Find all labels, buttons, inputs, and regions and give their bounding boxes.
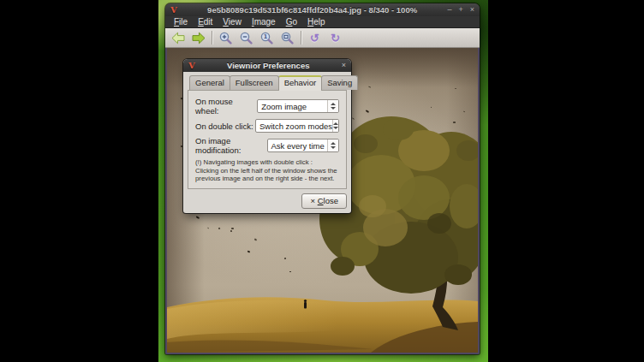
pref-row-image-modification: On image modification: Ask every time xyxy=(195,136,339,155)
image-modification-select[interactable]: Ask every time xyxy=(267,139,340,152)
menu-edit[interactable]: Edit xyxy=(193,16,218,27)
zoom-out-icon xyxy=(240,32,253,45)
window-title: 9e5b8089c19d531bf6c814ffdf20b4a4.jpg - 8… xyxy=(177,5,448,15)
menubar: File Edit View Image Go Help xyxy=(165,16,480,27)
zoom-fit-icon xyxy=(281,32,294,45)
dialog-body: General Fullscreen Behavior Saving On mo… xyxy=(183,72,351,213)
rotate-right-icon: ↻ xyxy=(331,33,340,44)
pref-row-mouse-wheel: On mouse wheel: Zoom image xyxy=(195,97,339,116)
zoom-normal-icon: 1 xyxy=(260,32,273,45)
zoom-fit-button[interactable] xyxy=(280,31,295,45)
preferences-dialog: V Viewnior Preferences × General Fullscr… xyxy=(183,59,351,213)
arrow-right-icon xyxy=(192,32,206,45)
zoom-normal-button[interactable]: 1 xyxy=(259,31,274,45)
tab-fullscreen[interactable]: Fullscreen xyxy=(230,75,279,90)
tab-saving[interactable]: Saving xyxy=(321,75,358,90)
window-titlebar[interactable]: V 9e5b8089c19d531bf6c814ffdf20b4a4.jpg -… xyxy=(165,3,480,16)
tab-general[interactable]: General xyxy=(189,75,230,90)
menu-view[interactable]: View xyxy=(218,16,247,27)
menu-file[interactable]: File xyxy=(169,16,193,27)
minimize-button[interactable]: – xyxy=(447,6,451,14)
spinner-icon xyxy=(327,139,338,151)
behavior-tab-page: On mouse wheel: Zoom image On double cli… xyxy=(188,90,347,189)
tab-behavior[interactable]: Behavior xyxy=(278,75,323,90)
viewnior-logo-icon: V xyxy=(188,62,195,70)
menu-go[interactable]: Go xyxy=(281,16,302,27)
spinner-icon xyxy=(327,100,338,112)
spinner-icon xyxy=(332,120,338,132)
maximize-button[interactable]: + xyxy=(458,6,462,14)
rotate-right-button[interactable]: ↻ xyxy=(328,31,343,45)
toolbar: 1 ↺ ↻ xyxy=(165,27,480,48)
double-click-select[interactable]: Switch zoom modes xyxy=(255,119,339,133)
double-click-label: On double click: xyxy=(195,122,253,131)
toolbar-separator xyxy=(212,31,212,45)
rotate-left-button[interactable]: ↺ xyxy=(307,31,322,45)
pref-row-double-click: On double click: Switch zoom modes xyxy=(195,119,339,133)
tab-bar: General Fullscreen Behavior Saving xyxy=(189,75,347,90)
dialog-button-row: × Close xyxy=(188,193,347,209)
dialog-close-action-button[interactable]: × Close xyxy=(301,193,347,209)
dialog-close-button[interactable]: × xyxy=(342,62,346,69)
toolbar-separator xyxy=(301,31,301,45)
double-click-note: (!) Navigating images with double click … xyxy=(195,158,339,183)
zoom-in-button[interactable] xyxy=(218,31,233,45)
zoom-out-button[interactable] xyxy=(239,31,253,45)
desktop: V 9e5b8089c19d531bf6c814ffdf20b4a4.jpg -… xyxy=(0,0,644,362)
menu-help[interactable]: Help xyxy=(302,16,331,27)
dialog-title: Viewnior Preferences xyxy=(195,61,342,70)
image-modification-label: On image modification: xyxy=(195,136,267,155)
mouse-wheel-label: On mouse wheel: xyxy=(195,97,257,116)
dialog-titlebar[interactable]: V Viewnior Preferences × xyxy=(183,59,351,72)
arrow-left-icon xyxy=(171,32,185,45)
person-figure xyxy=(304,300,307,309)
next-image-button[interactable] xyxy=(191,31,206,45)
zoom-in-icon xyxy=(219,32,232,45)
viewnior-logo-icon: V xyxy=(170,6,177,15)
menu-image[interactable]: Image xyxy=(247,16,281,27)
mouse-wheel-select[interactable]: Zoom image xyxy=(257,99,339,113)
svg-text:1: 1 xyxy=(264,33,268,40)
close-button[interactable]: × xyxy=(470,6,474,14)
previous-image-button[interactable] xyxy=(170,31,185,45)
rotate-left-icon: ↺ xyxy=(310,33,319,44)
